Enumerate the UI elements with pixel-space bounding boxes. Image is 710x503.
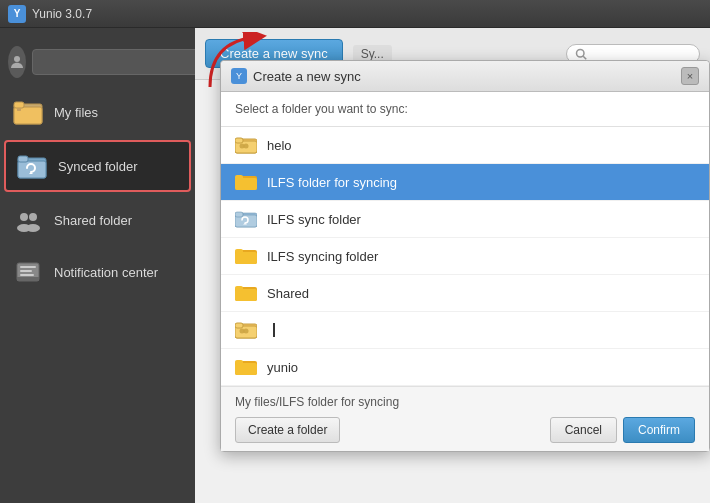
sidebar-item-synced-folder-label: Synced folder	[58, 159, 138, 174]
folder-name: yunio	[267, 360, 298, 375]
sidebar-item-notification-center[interactable]: Notification center	[0, 246, 195, 298]
dialog-title-bar: Y Create a new sync ×	[221, 61, 709, 92]
footer-buttons: Create a folder Cancel Confirm	[235, 417, 695, 443]
svg-rect-15	[20, 266, 36, 268]
notification-center-icon	[12, 256, 44, 288]
folder-cursor-field[interactable]	[267, 323, 275, 337]
svg-rect-16	[20, 270, 32, 272]
sidebar-item-my-files[interactable]: My files	[0, 86, 195, 138]
shared-folder-icon	[12, 204, 44, 236]
list-item[interactable]: ILFS folder for syncing	[221, 164, 709, 201]
synced-folder-icon	[16, 150, 48, 182]
dialog-instruction: Select a folder you want to sync:	[221, 92, 709, 127]
svg-point-13	[26, 224, 40, 232]
cancel-button[interactable]: Cancel	[550, 417, 617, 443]
folder-icon	[235, 284, 257, 302]
svg-point-10	[20, 213, 28, 221]
folder-name: ILFS folder for syncing	[267, 175, 397, 190]
create-sync-dialog: Y Create a new sync × Select a folder yo…	[220, 60, 710, 452]
sidebar-search-input[interactable]	[32, 49, 200, 75]
create-folder-button[interactable]: Create a folder	[235, 417, 340, 443]
svg-point-26	[244, 144, 249, 149]
sidebar-item-synced-folder[interactable]: Synced folder	[4, 140, 191, 192]
list-item[interactable]: helo	[221, 127, 709, 164]
app-title: Yunio 3.0.7	[32, 7, 92, 21]
top-search-input[interactable]	[591, 47, 691, 61]
app-icon: Y	[8, 5, 26, 23]
list-item[interactable]: yunio	[221, 349, 709, 386]
folder-icon	[235, 358, 257, 376]
folder-name: ILFS syncing folder	[267, 249, 378, 264]
svg-point-19	[577, 49, 585, 57]
title-bar: Y Yunio 3.0.7	[0, 0, 710, 28]
svg-rect-3	[14, 102, 24, 108]
dialog-title-text: Create a new sync	[253, 69, 361, 84]
svg-point-0	[14, 56, 20, 62]
svg-rect-47	[235, 360, 243, 365]
dialog-title-icon: Y	[231, 68, 247, 84]
folder-icon	[235, 247, 257, 265]
svg-rect-17	[20, 274, 34, 276]
search-icon	[575, 48, 587, 60]
svg-rect-29	[235, 175, 243, 180]
svg-rect-42	[235, 323, 243, 328]
folder-icon	[235, 173, 257, 191]
dialog-footer: My files/ILFS folder for syncing Create …	[221, 386, 709, 451]
svg-point-44	[244, 329, 249, 334]
sidebar-item-shared-folder[interactable]: Shared folder	[0, 194, 195, 246]
shared-folder-small-icon-2	[235, 321, 257, 339]
avatar	[8, 46, 26, 78]
svg-rect-18	[17, 277, 39, 281]
my-files-icon	[12, 96, 44, 128]
svg-rect-8	[18, 156, 28, 162]
current-path: My files/ILFS folder for syncing	[235, 395, 695, 409]
folder-name: Shared	[267, 286, 309, 301]
svg-rect-39	[235, 286, 243, 291]
dialog-close-button[interactable]: ×	[681, 67, 699, 85]
sidebar-item-shared-folder-label: Shared folder	[54, 213, 132, 228]
dialog-body: Select a folder you want to sync: helo	[221, 92, 709, 451]
svg-rect-24	[235, 138, 243, 143]
svg-rect-5	[17, 108, 21, 111]
sync-folder-icon	[235, 210, 257, 228]
svg-point-11	[29, 213, 37, 221]
list-item[interactable]: Shared	[221, 275, 709, 312]
list-item[interactable]: ILFS syncing folder	[221, 238, 709, 275]
folder-name: ILFS sync folder	[267, 212, 361, 227]
svg-line-20	[583, 56, 586, 59]
dialog-title-content: Y Create a new sync	[231, 68, 361, 84]
btn-right-group: Cancel Confirm	[550, 417, 695, 443]
list-item[interactable]: ILFS sync folder	[221, 201, 709, 238]
svg-rect-32	[235, 212, 243, 217]
svg-rect-36	[235, 249, 243, 254]
folder-list: helo ILFS folder for syncing	[221, 127, 709, 386]
folder-name: helo	[267, 138, 292, 153]
sidebar-item-notification-center-label: Notification center	[54, 265, 158, 280]
sidebar-top-row	[0, 38, 195, 86]
confirm-button[interactable]: Confirm	[623, 417, 695, 443]
list-item[interactable]	[221, 312, 709, 349]
sidebar: My files Synced folder	[0, 28, 195, 503]
sidebar-item-my-files-label: My files	[54, 105, 98, 120]
shared-folder-small-icon	[235, 136, 257, 154]
